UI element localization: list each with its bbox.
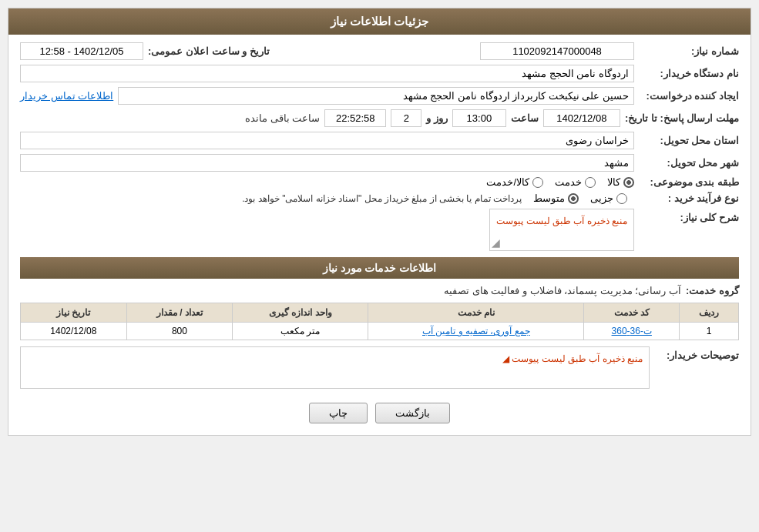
header-title: جزئیات اطلاعات نیاز: [331, 15, 428, 28]
table-row: 1ت-36-360جمع آوری، تصفیه و تامین آبمتر م…: [21, 323, 739, 340]
table-cell: متر مکعب: [233, 323, 368, 340]
need-desc-text: منبع ذخیره آب طبق لیست پیوست: [496, 216, 627, 226]
col-name: نام خدمت: [368, 303, 584, 323]
need-desc-row: شرح کلی نیاز: منبع ذخیره آب طبق لیست پیو…: [20, 209, 739, 251]
buyer-desc-label: توصیحات خریدار:: [654, 346, 739, 361]
buyer-org-row: نام دستگاه خریدار: اردوگاه نامن الحجج مش…: [20, 65, 739, 82]
need-desc-label: شرح کلی نیاز:: [639, 209, 739, 223]
send-days-label: روز و: [426, 112, 448, 124]
table-header-row: ردیف کد خدمت نام خدمت واحد اندازه گیری ت…: [21, 303, 739, 323]
province-value: خراسان رضوی: [20, 132, 634, 149]
service-group-label: گروه خدمت:: [686, 285, 739, 296]
category-radio-group: کالا خدمت کالا/خدمت: [20, 176, 634, 188]
need-desc-value: منبع ذخیره آب طبق لیست پیوست ◢: [489, 209, 634, 251]
creator-value: حسین علی نیکبخت کاربرداز اردوگاه نامن ال…: [118, 87, 634, 105]
table-cell: 800: [126, 323, 233, 340]
radio-medium[interactable]: متوسط: [533, 192, 579, 204]
radio-goods[interactable]: کالا: [607, 176, 634, 188]
col-unit: واحد اندازه گیری: [233, 303, 368, 323]
radio-service-label: خدمت: [555, 176, 582, 188]
category-label: طبقه بندی موضوعی:: [639, 176, 739, 188]
city-value: مشهد: [20, 154, 634, 172]
buyer-org-value: اردوگاه نامن الحجج مشهد: [20, 65, 634, 82]
send-days-value: 2: [391, 109, 421, 127]
radio-service[interactable]: خدمت: [555, 176, 596, 188]
col-quantity: تعداد / مقدار: [126, 303, 233, 323]
buyer-org-label: نام دستگاه خریدار:: [639, 68, 739, 79]
send-remaining-label: ساعت باقی مانده: [245, 112, 320, 124]
table-cell: 1402/12/08: [21, 323, 127, 340]
send-date-row: مهلت ارسال پاسخ: تا تاریخ: 1402/12/08 سا…: [20, 109, 739, 127]
main-container: جزئیات اطلاعات نیاز شماره نیاز: 11020921…: [8, 8, 751, 436]
province-row: استان محل تحویل: خراسان رضوی: [20, 132, 739, 149]
purchase-note: پرداخت تمام یا بخشی از مبلغ خریداز محل "…: [242, 193, 522, 204]
content-area: شماره نیاز: 1102092147000048 تاریخ و ساع…: [8, 35, 751, 435]
radio-goods-service[interactable]: کالا/خدمت: [486, 176, 543, 188]
radio-service-circle[interactable]: [585, 177, 596, 188]
buyer-desc-text: منبع ذخیره آب طبق لیست پیوست: [512, 353, 643, 364]
radio-goods-service-label: کالا/خدمت: [486, 176, 529, 188]
send-date-label: مهلت ارسال پاسخ: تا تاریخ:: [625, 112, 739, 124]
announce-label: تاریخ و ساعت اعلان عمومی:: [148, 45, 270, 57]
buyer-desc-box: منبع ذخیره آب طبق لیست پیوست ◢: [20, 346, 650, 389]
table-cell: جمع آوری، تصفیه و تامین آب: [368, 323, 584, 340]
category-row: طبقه بندی موضوعی: کالا خدمت کالا/خدمت: [20, 176, 739, 188]
resize-handle[interactable]: ◢: [492, 236, 500, 249]
need-number-label: شماره نیاز:: [639, 45, 739, 57]
table-cell: ت-36-360: [584, 323, 680, 340]
radio-medium-label: متوسط: [533, 192, 565, 204]
table-cell: 1: [680, 323, 739, 340]
send-date-value: 1402/12/08: [543, 109, 620, 127]
city-label: شهر محل تحویل:: [639, 157, 739, 169]
radio-goods-label: کالا: [607, 176, 620, 188]
col-date: تاریخ نیاز: [21, 303, 127, 323]
need-number-value: 1102092147000048: [480, 42, 634, 60]
service-group-value: آب رسانی؛ مدیریت پسماند، فاضلاب و فعالیت…: [20, 285, 681, 296]
purchase-type-row: نوع فرآیند خرید : جزیی متوسط پرداخت تمام…: [20, 192, 739, 204]
creator-row: ایجاد کننده درخواست: حسین علی نیکبخت کار…: [20, 87, 739, 105]
province-label: استان محل تحویل:: [639, 135, 739, 146]
purchase-type-label: نوع فرآیند خرید :: [639, 192, 739, 204]
radio-goods-service-circle[interactable]: [532, 177, 543, 188]
col-code: کد خدمت: [584, 303, 680, 323]
radio-medium-circle[interactable]: [568, 193, 579, 204]
need-number-row: شماره نیاز: 1102092147000048 تاریخ و ساع…: [20, 42, 739, 60]
send-time-value: 13:00: [452, 109, 506, 127]
radio-partial[interactable]: جزیی: [590, 192, 627, 204]
radio-goods-circle[interactable]: [623, 177, 634, 188]
section-services-header: اطلاعات خدمات مورد نیاز: [20, 257, 739, 279]
creator-link[interactable]: اطلاعات تماس خریدار: [20, 90, 113, 102]
section-services-title: اطلاعات خدمات مورد نیاز: [323, 262, 437, 274]
page-wrapper: جزئیات اطلاعات نیاز شماره نیاز: 11020921…: [0, 0, 759, 532]
city-row: شهر محل تحویل: مشهد: [20, 154, 739, 172]
back-button[interactable]: بازگشت: [375, 403, 450, 423]
page-title: جزئیات اطلاعات نیاز: [8, 8, 751, 35]
items-table: ردیف کد خدمت نام خدمت واحد اندازه گیری ت…: [20, 303, 739, 340]
radio-partial-label: جزیی: [590, 192, 613, 204]
creator-label: ایجاد کننده درخواست:: [639, 90, 739, 102]
send-remaining-value: 22:52:58: [324, 109, 386, 127]
radio-partial-circle[interactable]: [616, 193, 627, 204]
buyer-desc-row: توصیحات خریدار: منبع ذخیره آب طبق لیست پ…: [20, 346, 739, 389]
send-time-label: ساعت: [511, 112, 539, 124]
service-group-row: گروه خدمت: آب رسانی؛ مدیریت پسماند، فاضل…: [20, 285, 739, 296]
buttons-row: بازگشت چاپ: [20, 395, 739, 427]
announce-value: 1402/12/05 - 12:58: [20, 42, 143, 60]
print-button[interactable]: چاپ: [309, 403, 368, 423]
buyer-resize-handle[interactable]: ◢: [502, 353, 509, 364]
col-row: ردیف: [680, 303, 739, 323]
